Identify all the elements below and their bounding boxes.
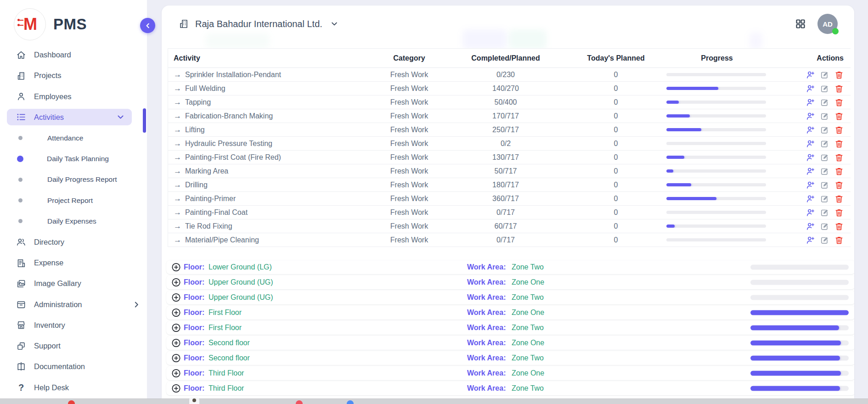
activity-name: Tie Rod Fixing bbox=[185, 222, 232, 230]
edit-button[interactable] bbox=[820, 180, 829, 190]
sidebar-collapse-button[interactable] bbox=[140, 18, 155, 33]
assign-user-button[interactable] bbox=[806, 112, 815, 121]
sidebar-item-expense[interactable]: Expense bbox=[0, 252, 147, 273]
sidebar-item-employees[interactable]: Employees bbox=[0, 86, 147, 107]
sidebar-item-directory[interactable]: Directory bbox=[0, 232, 147, 252]
assign-user-button[interactable] bbox=[806, 125, 815, 135]
sidebar-item-dashboard[interactable]: Dashboard bbox=[0, 45, 147, 65]
assign-user-button[interactable] bbox=[806, 180, 815, 190]
expand-plus-icon[interactable] bbox=[172, 309, 180, 317]
floor-row[interactable]: Floor: Second floor Work Area: Zone One bbox=[166, 336, 854, 350]
expand-plus-icon[interactable] bbox=[172, 278, 180, 287]
category-cell: Fresh Work bbox=[379, 167, 439, 175]
floor-row[interactable]: Floor: Lower Ground (LG) Work Area: Zone… bbox=[166, 260, 854, 274]
delete-button[interactable] bbox=[834, 139, 844, 148]
sidebar-item-help-desk[interactable]: ?Help Desk bbox=[0, 377, 147, 398]
edit-button[interactable] bbox=[820, 84, 829, 93]
delete-button[interactable] bbox=[834, 98, 844, 107]
expand-plus-icon[interactable] bbox=[172, 369, 180, 378]
edit-button[interactable] bbox=[820, 139, 829, 148]
delete-button[interactable] bbox=[834, 112, 844, 121]
floor-row[interactable]: Floor: Upper Ground (UG) Work Area: Zone… bbox=[166, 275, 854, 289]
progress-fill bbox=[666, 87, 718, 90]
delete-button[interactable] bbox=[834, 222, 844, 231]
actions-cell bbox=[774, 208, 851, 217]
activity-row: → Marking Area Fresh Work 50/717 0 bbox=[168, 164, 851, 178]
assign-user-button[interactable] bbox=[806, 167, 815, 176]
apps-grid-icon[interactable] bbox=[795, 19, 806, 29]
red-app-icon[interactable] bbox=[68, 400, 75, 404]
sidebar-item-image-gallary[interactable]: Image Gallary bbox=[0, 273, 147, 294]
sidebar-item-support[interactable]: Support bbox=[0, 336, 147, 356]
sidebar-item-administration[interactable]: Administration bbox=[0, 294, 147, 314]
edit-button[interactable] bbox=[820, 112, 829, 121]
expand-plus-icon[interactable] bbox=[172, 324, 180, 332]
sidebar-item-documentation[interactable]: Documentation bbox=[0, 356, 147, 377]
delete-button[interactable] bbox=[834, 167, 844, 176]
floor-row[interactable]: Floor: Upper Ground (UG) Work Area: Zone… bbox=[166, 291, 854, 304]
assign-user-button[interactable] bbox=[806, 194, 815, 203]
sidebar-subitem-daily-progress-report[interactable]: Daily Progress Report bbox=[0, 169, 147, 190]
floor-row[interactable]: Floor: Third Floor Work Area: Zone One bbox=[166, 366, 854, 380]
sidebar-subitem-project-report[interactable]: Project Report bbox=[0, 190, 147, 211]
delete-button[interactable] bbox=[834, 180, 844, 190]
pink-app-icon[interactable] bbox=[296, 400, 303, 404]
logo-circuit-dots bbox=[17, 19, 20, 29]
delete-button[interactable] bbox=[834, 125, 844, 135]
edit-button[interactable] bbox=[820, 208, 829, 217]
floor-name: Upper Ground (UG) bbox=[209, 293, 273, 302]
assign-user-button[interactable] bbox=[806, 98, 815, 107]
delete-button[interactable] bbox=[834, 70, 844, 79]
sidebar-subitem-daily-task-planning[interactable]: Daily Task Planning bbox=[0, 148, 147, 169]
expand-plus-icon[interactable] bbox=[172, 339, 180, 348]
user-avatar[interactable]: AD bbox=[817, 14, 838, 34]
floor-progress-fill bbox=[750, 310, 849, 315]
activity-name: Drilling bbox=[185, 181, 208, 189]
work-area-zone: Zone Two bbox=[512, 354, 544, 362]
sidebar-subitem-daily-expenses[interactable]: Daily Expenses bbox=[0, 211, 147, 231]
floor-row[interactable]: Floor: First Floor Work Area: Zone One bbox=[166, 306, 854, 320]
delete-button[interactable] bbox=[834, 153, 844, 162]
sidebar-subitem-attendance[interactable]: Attendance bbox=[0, 128, 147, 148]
floor-row[interactable]: Floor: First Floor Work Area: Zone Two bbox=[166, 321, 854, 335]
company-selector[interactable]: Raja Bahadur International Ltd. bbox=[178, 18, 338, 29]
work-area-label: Work Area: bbox=[467, 384, 506, 393]
expand-plus-icon[interactable] bbox=[172, 263, 180, 272]
activity-name: Painting-First Coat (Fire Red) bbox=[185, 153, 281, 162]
expand-plus-icon[interactable] bbox=[172, 354, 180, 363]
edit-button[interactable] bbox=[820, 153, 829, 162]
sidebar-item-activities[interactable]: Activities bbox=[7, 109, 132, 125]
edit-button[interactable] bbox=[820, 167, 829, 176]
assign-user-button[interactable] bbox=[806, 153, 815, 162]
bullet-dot-icon bbox=[18, 136, 23, 140]
edit-button[interactable] bbox=[820, 236, 829, 245]
blue-app-icon[interactable] bbox=[347, 400, 354, 404]
sidebar-item-inventory[interactable]: Inventory bbox=[0, 315, 147, 336]
edit-button[interactable] bbox=[820, 70, 829, 79]
edit-button[interactable] bbox=[820, 222, 829, 231]
assign-user-button[interactable] bbox=[806, 70, 815, 79]
floor-progress-fill bbox=[750, 325, 839, 331]
assign-user-button[interactable] bbox=[806, 139, 815, 148]
floor-row[interactable]: Floor: Second floor Work Area: Zone Two bbox=[166, 351, 854, 365]
delete-button[interactable] bbox=[834, 236, 844, 245]
screenshot-tool-icon[interactable] bbox=[189, 398, 199, 404]
delete-button[interactable] bbox=[834, 84, 844, 93]
delete-button[interactable] bbox=[834, 208, 844, 217]
edit-button[interactable] bbox=[820, 98, 829, 107]
expand-plus-icon[interactable] bbox=[172, 293, 180, 302]
assign-user-button[interactable] bbox=[806, 208, 815, 217]
assign-user-button[interactable] bbox=[806, 236, 815, 245]
todays-planned-cell: 0 bbox=[572, 112, 659, 120]
assign-user-button[interactable] bbox=[806, 84, 815, 93]
sidebar-item-projects[interactable]: Projects bbox=[0, 65, 147, 86]
delete-button[interactable] bbox=[834, 194, 844, 203]
edit-button[interactable] bbox=[820, 194, 829, 203]
expand-plus-icon[interactable] bbox=[172, 384, 180, 393]
progress-fill bbox=[666, 156, 684, 159]
progress-bar bbox=[666, 169, 766, 173]
assign-user-button[interactable] bbox=[806, 222, 815, 231]
activity-cell: → Marking Area bbox=[168, 167, 379, 176]
floor-row[interactable]: Floor: Third Floor Work Area: Zone Two bbox=[166, 382, 854, 395]
edit-button[interactable] bbox=[820, 125, 829, 135]
